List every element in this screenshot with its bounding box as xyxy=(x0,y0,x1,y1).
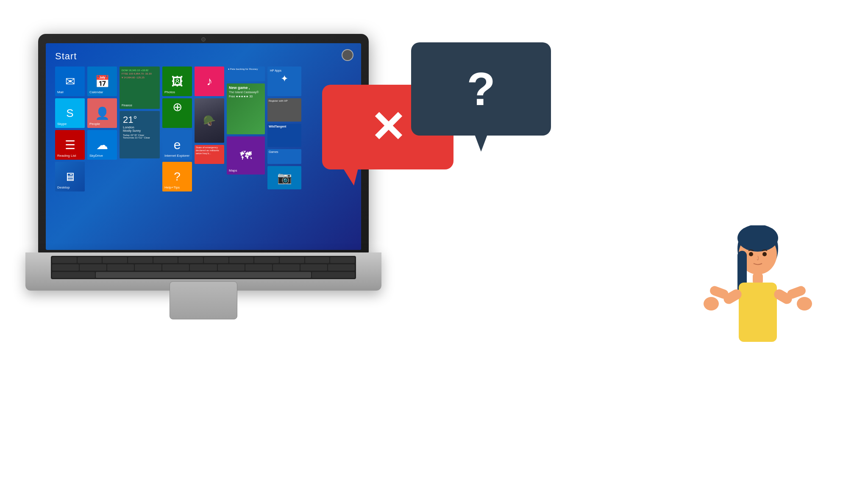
person-svg xyxy=(698,225,817,463)
state-news-text: State of emergency declared as militants… xyxy=(196,146,223,155)
compass-icon: ✦ xyxy=(269,73,300,84)
people-label: People xyxy=(89,122,100,126)
music-icon: ♪ xyxy=(195,67,224,96)
newgame-subtitle: The Island Castaway® xyxy=(229,91,263,94)
mail-label: Mail xyxy=(57,90,64,94)
key[interactable] xyxy=(328,264,355,270)
tile-desktop[interactable]: 🖥 Desktop xyxy=(55,162,85,191)
start-label: Start xyxy=(55,51,77,62)
red-x-bubble-tail xyxy=(343,169,358,186)
tile-pete-backing[interactable]: ♦ Pete backing for Rooney xyxy=(227,67,265,81)
key[interactable] xyxy=(80,264,106,270)
key[interactable] xyxy=(300,264,327,270)
question-icon: ? xyxy=(467,66,495,112)
desktop-label: Desktop xyxy=(57,186,70,189)
tile-column-1: ✉ Mail S Skype ☰ Reading List 🖥 xyxy=(55,67,85,247)
key[interactable] xyxy=(312,272,355,278)
key[interactable] xyxy=(128,257,153,263)
question-bubble: ? xyxy=(411,42,551,152)
tile-hp-apps[interactable]: HP Apps ✦ xyxy=(267,67,301,96)
ie-label: Internet Explorer xyxy=(164,154,189,158)
finance-index2: FTSE 100 6,854.70 -33.30 xyxy=(122,72,158,75)
tile-calendar[interactable]: 📅 Calendar xyxy=(87,67,117,96)
key[interactable] xyxy=(103,257,127,263)
tile-hp-photo[interactable]: 📷 xyxy=(267,166,301,189)
tile-reading[interactable]: ☰ Reading List xyxy=(55,130,85,160)
tile-ie[interactable]: e Internet Explorer xyxy=(162,130,192,160)
key[interactable] xyxy=(52,257,77,263)
tile-weather[interactable]: 21° London Mostly Sunny Today 22°/9° Cle… xyxy=(120,111,160,158)
tile-column-5: ♪ 🪖 State of emergency declared as milit… xyxy=(195,67,224,247)
svg-point-3 xyxy=(737,225,778,252)
tile-people[interactable]: 👤 People xyxy=(87,98,117,128)
weather-temp: 21° xyxy=(123,114,156,125)
reading-label: Reading List xyxy=(57,154,76,158)
key[interactable] xyxy=(204,257,228,263)
finance-index3: ¥ 14,994.60 -125.25 xyxy=(122,76,158,79)
calendar-label: Calendar xyxy=(89,90,103,94)
xbox-icon: ⊕ xyxy=(169,98,186,115)
tile-column-7: HP Apps ✦ Register with HP WildTangent G… xyxy=(267,67,301,247)
newgame-content: New game , The Island Castaway® Free ★★★… xyxy=(229,86,263,98)
tile-mail[interactable]: ✉ Mail xyxy=(55,67,85,96)
tile-help[interactable]: ? Help+Tips xyxy=(162,162,192,191)
key[interactable] xyxy=(245,264,272,270)
help-label: Help+Tips xyxy=(164,186,180,189)
tile-finance[interactable]: DOW 18,343.10 +18.82 FTSE 100 6,854.70 -… xyxy=(120,67,160,109)
key[interactable] xyxy=(305,257,330,263)
newgame-title: New game , xyxy=(229,86,263,90)
tile-skydrive[interactable]: ☁ SkyDrive xyxy=(87,130,117,160)
svg-rect-8 xyxy=(739,283,777,342)
tile-maps[interactable]: 🗺 Maps xyxy=(227,136,265,175)
maps-label: Maps xyxy=(229,169,237,172)
tiles-area: ✉ Mail S Skype ☰ Reading List 🖥 xyxy=(55,67,357,247)
key-row-1 xyxy=(52,257,355,263)
key[interactable] xyxy=(153,257,178,263)
touchpad[interactable] xyxy=(170,281,237,319)
key[interactable] xyxy=(229,257,254,263)
camera-dot xyxy=(201,37,206,42)
user-icon xyxy=(342,49,353,61)
key[interactable] xyxy=(52,264,79,270)
svg-point-14 xyxy=(797,297,812,311)
key-row-spacebar xyxy=(52,272,355,278)
tile-newgame[interactable]: New game , The Island Castaway® Free ★★★… xyxy=(227,83,265,134)
key[interactable] xyxy=(107,264,134,270)
register-text: Register with HP xyxy=(267,98,301,103)
laptop-base: hp xyxy=(25,252,381,291)
hp-photo-icon: 📷 xyxy=(267,166,301,189)
key[interactable] xyxy=(162,264,189,270)
tile-photos[interactable]: 🖼 Photos xyxy=(162,67,192,96)
laptop-screen: Start ✉ Mail S Skype xyxy=(46,43,361,250)
svg-point-5 xyxy=(749,252,753,256)
spacebar[interactable] xyxy=(96,272,311,278)
tile-war[interactable]: 🪖 xyxy=(195,98,224,143)
windows-start-screen: Start ✉ Mail S Skype xyxy=(46,43,361,250)
key[interactable] xyxy=(273,264,300,270)
key[interactable] xyxy=(218,264,245,270)
key[interactable] xyxy=(190,264,217,270)
tile-xbox[interactable]: ⊕ xyxy=(162,98,192,128)
tile-skype[interactable]: S Skype xyxy=(55,98,85,128)
key[interactable] xyxy=(280,257,304,263)
key[interactable] xyxy=(178,257,203,263)
skype-label: Skype xyxy=(57,122,67,126)
key[interactable] xyxy=(254,257,279,263)
tile-games[interactable]: Games xyxy=(267,149,301,164)
tile-column-6: ♦ Pete backing for Rooney New game , The… xyxy=(227,67,265,247)
tile-register[interactable]: Register with HP xyxy=(267,98,301,122)
key[interactable] xyxy=(330,257,355,263)
tile-state-news[interactable]: State of emergency declared as militants… xyxy=(195,145,224,164)
key[interactable] xyxy=(52,272,95,278)
weather-city: London xyxy=(123,125,156,129)
key[interactable] xyxy=(78,257,102,263)
finance-index1: DOW 18,343.10 +18.82 xyxy=(122,69,158,72)
key[interactable] xyxy=(135,264,161,270)
tile-wildtangent[interactable]: WildTangent xyxy=(267,124,301,147)
tile-music[interactable]: ♪ xyxy=(195,67,224,96)
keyboard xyxy=(51,256,356,279)
x-icon: ✕ xyxy=(370,106,406,148)
games-label: Games xyxy=(269,150,300,153)
svg-point-11 xyxy=(704,297,719,311)
newgame-rating: Free ★★★★★ 30 xyxy=(229,95,263,98)
